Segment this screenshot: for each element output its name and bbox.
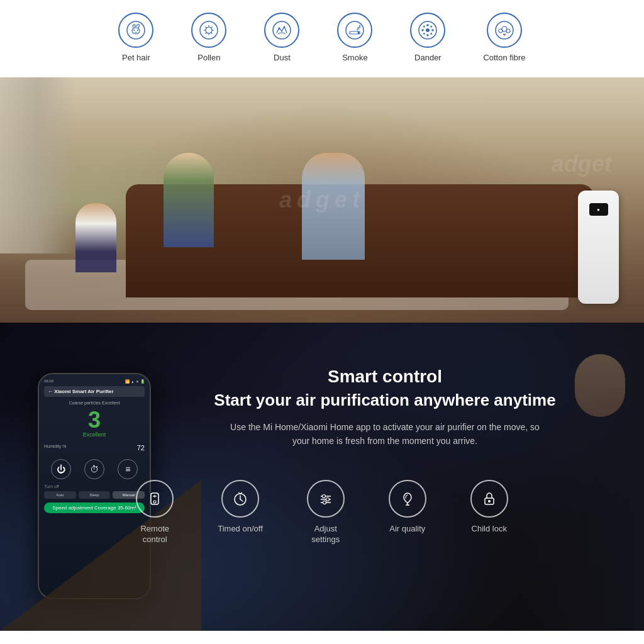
feature-dust: Dust [264, 13, 299, 62]
timed-onoff-icon [221, 480, 259, 518]
svg-point-2 [133, 30, 135, 31]
phone-speed-label: Speed adjustment Coverage 35-60m² [44, 502, 145, 513]
svg-line-13 [206, 33, 207, 34]
feat-air-quality: Air quality [389, 480, 426, 545]
svg-line-41 [240, 499, 243, 501]
remote-control-icon [136, 480, 174, 518]
air-quality-icon [389, 480, 426, 518]
svg-point-26 [423, 26, 425, 28]
watermark-text-2: adget [552, 151, 612, 177]
svg-point-32 [499, 29, 502, 33]
dust-label: Dust [274, 53, 291, 62]
svg-point-27 [431, 26, 433, 28]
phone-humidity-value: 72 [137, 444, 145, 452]
svg-point-25 [432, 29, 435, 31]
family-lifestyle-image: ● adget adget [0, 77, 644, 323]
svg-point-29 [431, 33, 433, 35]
feat-timed-onoff: Timed on/off [218, 480, 263, 545]
air-purifier-device: ● [578, 191, 619, 304]
svg-point-3 [137, 30, 138, 31]
dander-label: Dander [414, 53, 441, 62]
watermark-text: adget [279, 187, 365, 213]
smart-control-section: 08:08 📶 ▲ ▼ 🔋 ← Xiaomi Smart Air Purifie… [0, 323, 644, 631]
svg-line-12 [211, 26, 213, 28]
feature-pet-hair: Pet hair [118, 13, 153, 62]
adjust-settings-label: Adjustsettings [311, 524, 340, 545]
feature-cotton-fibre: Cotton fibre [483, 13, 525, 62]
smart-control-description: Use the Mi Home/Xiaomi Home app to activ… [228, 420, 542, 448]
smart-features-row: Remotecontrol Timed on/off [136, 480, 508, 545]
air-quality-label: Air quality [389, 524, 425, 535]
svg-point-28 [423, 33, 425, 35]
timed-onoff-label: Timed on/off [218, 524, 263, 535]
phone-app-title: Xiaomi Smart Air Purifier [54, 389, 113, 394]
svg-point-17 [346, 21, 364, 39]
feat-remote-control: Remotecontrol [136, 480, 174, 545]
phone-control-buttons: ⏻ ⏱ ≡ [44, 459, 145, 479]
feature-pollen: Pollen [191, 13, 226, 62]
svg-point-22 [427, 24, 430, 26]
svg-point-23 [427, 34, 430, 36]
smart-control-title: Smart control [214, 367, 555, 387]
phone-mode-btn[interactable]: ≡ [118, 459, 138, 479]
svg-point-4 [200, 21, 218, 39]
pollen-label: Pollen [197, 53, 220, 62]
dander-icon [410, 13, 445, 48]
phone-auto-mode[interactable]: Auto [44, 491, 76, 499]
remote-control-label: Remotecontrol [140, 524, 169, 545]
smart-control-text: Smart control Start your air purificatio… [214, 354, 555, 474]
feature-dander: Dander [410, 13, 445, 62]
svg-point-33 [506, 29, 510, 33]
cotton-fibre-label: Cotton fibre [483, 53, 525, 62]
phone-aqi-label: Coarse particles Excellent [44, 401, 145, 405]
phone-aqi-value: 3 [44, 409, 145, 431]
feat-child-lock: Child lock [470, 480, 508, 545]
svg-rect-35 [151, 493, 158, 504]
feat-adjust-settings: Adjustsettings [307, 480, 345, 545]
child-lock-label: Child lock [472, 524, 507, 535]
smoke-icon [337, 13, 372, 48]
phone-sleep-mode[interactable]: Sleep [79, 491, 111, 499]
feature-smoke: Smoke [337, 13, 372, 62]
child-lock-icon [470, 480, 508, 518]
svg-point-16 [284, 27, 285, 28]
svg-line-10 [206, 26, 207, 28]
svg-point-49 [323, 501, 326, 504]
phone-aqi-status: Excellent [44, 431, 145, 438]
phone-nav-bar: ← Xiaomi Smart Air Purifier [44, 386, 145, 397]
pollen-icon [191, 13, 226, 48]
smart-control-subtitle: Start your air purification anywhere any… [214, 391, 555, 410]
svg-point-36 [153, 501, 156, 503]
svg-point-14 [273, 21, 291, 39]
smoke-label: Smoke [342, 53, 367, 62]
svg-point-47 [322, 494, 325, 497]
phone-humidity-label: Humidity % [44, 444, 66, 452]
svg-point-15 [279, 28, 280, 30]
phone-power-btn[interactable]: ⏻ [51, 459, 71, 479]
svg-point-53 [488, 500, 491, 502]
svg-line-11 [211, 33, 213, 34]
dust-icon [264, 13, 299, 48]
pet-hair-icon [118, 13, 153, 48]
svg-point-30 [496, 21, 513, 39]
svg-point-48 [326, 497, 329, 501]
svg-point-24 [422, 29, 425, 31]
phone-timer-btn[interactable]: ⏱ [84, 459, 104, 479]
phone-mode-row: Auto Sleep Manual [44, 491, 145, 499]
pet-hair-label: Pet hair [122, 53, 150, 62]
cotton-fibre-icon [487, 13, 522, 48]
svg-point-21 [426, 28, 430, 32]
svg-point-0 [127, 21, 145, 39]
adjust-settings-icon [307, 480, 345, 518]
features-top-section: Pet hair Pollen [0, 0, 644, 77]
